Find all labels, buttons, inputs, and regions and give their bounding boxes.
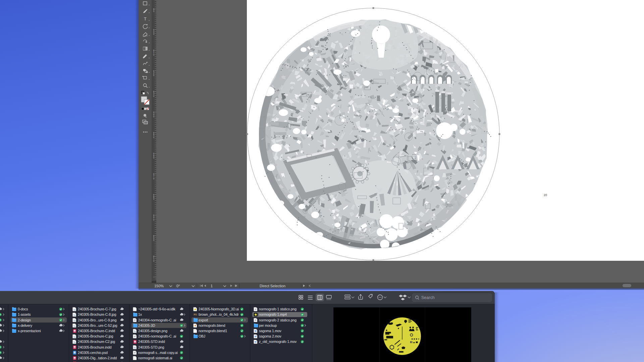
svg-text:240305-STD.indd: 240305-STD.indd <box>138 340 165 344</box>
svg-text:240305-cerchio.psd: 240305-cerchio.psd <box>78 351 108 355</box>
svg-text:normografo 2 statico.png: normografo 2 statico.png <box>259 318 297 322</box>
svg-text:240305-STD.png: 240305-STD.png <box>138 346 164 349</box>
svg-text:0: 0 <box>153 177 155 180</box>
svg-text:240305-3D: 240305-3D <box>138 324 155 327</box>
svg-text:0: 0 <box>153 95 155 97</box>
svg-text:x-delivery: x-delivery <box>18 324 33 327</box>
svg-text:T: T <box>144 16 147 21</box>
svg-text:0: 0 <box>153 33 155 35</box>
svg-text:normografo.blend1: normografo.blend1 <box>199 329 227 333</box>
svg-text:240305-Brochure-C.indd: 240305-Brochure-C.indd <box>78 329 115 333</box>
svg-text:0: 0 <box>153 219 155 221</box>
svg-text:0-docs: 0-docs <box>18 307 28 311</box>
svg-text:240305-Dig...tation-2.indd: 240305-Dig...tation-2.indd <box>78 356 117 360</box>
svg-text:0: 0 <box>153 54 155 56</box>
svg-text:normografo 1.mp4: normografo 1.mp4 <box>259 313 287 316</box>
svg-text:240305-Brochure.indd: 240305-Brochure.indd <box>78 346 112 349</box>
svg-text:normografi sistemati.ai: normografi sistemati.ai <box>138 356 172 360</box>
svg-text:240305-Bro...ure-C-9.png: 240305-Bro...ure-C-9.png <box>78 318 117 322</box>
svg-text:OBJ: OBJ <box>199 335 205 338</box>
svg-text:240305-normografo-C .ai: 240305-normografo-C .ai <box>138 335 176 338</box>
svg-text:240305-Bro...ure-C-52.jpg: 240305-Bro...ure-C-52.jpg <box>78 324 117 327</box>
svg-text:brown_phot...io_04_4k.hdr: brown_phot...io_04_4k.hdr <box>199 313 239 316</box>
svg-text:normografo 1 statico.png: normografo 1 statico.png <box>259 307 297 311</box>
svg-text:150%: 150% <box>154 284 164 288</box>
svg-text:0: 0 <box>153 115 155 118</box>
svg-text:sagoma 1.mov: sagoma 1.mov <box>259 329 282 333</box>
svg-text:20: 20 <box>544 193 547 197</box>
svg-text:240305-design.png: 240305-design.png <box>138 329 167 333</box>
svg-text:~240305-std~9-6o-w.idlk: ~240305-std~9-6o-w.idlk <box>138 307 176 311</box>
svg-text:per mockup: per mockup <box>259 324 277 327</box>
svg-text:x-presentazioni: x-presentazioni <box>18 329 41 333</box>
svg-text:Direct Selection: Direct Selection <box>260 284 285 288</box>
svg-text:240304-normografo-C .ai: 240304-normografo-C .ai <box>138 318 176 322</box>
svg-text:0: 0 <box>153 74 155 76</box>
svg-text:sagoma 2.mov: sagoma 2.mov <box>259 335 282 338</box>
svg-text:export: export <box>199 318 208 322</box>
svg-text:1-assets: 1-assets <box>18 313 31 316</box>
svg-text:Search: Search <box>421 295 435 300</box>
svg-text:0°: 0° <box>176 284 180 288</box>
svg-text:0: 0 <box>153 136 155 138</box>
svg-text:240305-Normografo_3D.ai: 240305-Normografo_3D.ai <box>199 307 239 311</box>
svg-text:0: 0 <box>153 157 155 159</box>
svg-text:0: 0 <box>153 198 155 200</box>
svg-text:240305-Brochure-C-8.jpg: 240305-Brochure-C-8.jpg <box>78 313 116 316</box>
svg-text:2-design: 2-design <box>18 318 31 322</box>
svg-text:240305-Brochure-C-7.jpg: 240305-Brochure-C-7.jpg <box>78 307 116 311</box>
svg-text:normografo.blend: normografo.blend <box>199 324 225 327</box>
svg-text:0: 0 <box>153 239 155 241</box>
svg-text:1x: 1x <box>138 313 142 316</box>
svg-text:1: 1 <box>211 284 213 288</box>
svg-text:normografi s...mati copy.ai: normografi s...mati copy.ai <box>138 351 178 355</box>
svg-text:240305-Brochure-C2.jpg: 240305-Brochure-C2.jpg <box>78 340 115 344</box>
svg-text:240305-Brochure-C.jpg: 240305-Brochure-C.jpg <box>78 335 113 338</box>
svg-text:z_old_normografo 1.mov: z_old_normografo 1.mov <box>259 340 297 344</box>
svg-text:0: 0 <box>153 10 155 12</box>
svg-text:0: 0 <box>153 260 155 262</box>
